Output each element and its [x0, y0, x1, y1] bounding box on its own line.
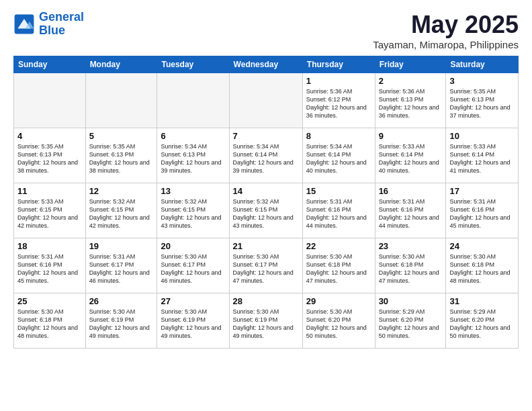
logo-line1: General [39, 10, 84, 24]
day-number: 8 [306, 131, 371, 141]
logo: General Blue [13, 11, 84, 38]
calendar-week-row: 4Sunrise: 5:35 AMSunset: 6:13 PMDaylight… [14, 128, 519, 183]
calendar-cell: 21Sunrise: 5:30 AMSunset: 6:17 PMDayligh… [229, 238, 302, 293]
day-info: Sunrise: 5:36 AMSunset: 6:12 PMDaylight:… [306, 87, 371, 120]
day-number: 1 [306, 76, 371, 86]
day-number: 27 [161, 296, 225, 306]
day-number: 4 [17, 131, 82, 141]
day-info: Sunrise: 5:35 AMSunset: 6:13 PMDaylight:… [89, 142, 154, 175]
title-area: May 2025 Tayaman, Mimaropa, Philippines [373, 11, 519, 50]
day-number: 30 [379, 296, 443, 306]
day-number: 25 [17, 296, 82, 306]
month-year-title: May 2025 [373, 11, 519, 39]
calendar-table: SundayMondayTuesdayWednesdayThursdayFrid… [13, 56, 519, 349]
weekday-header-wednesday: Wednesday [229, 56, 302, 73]
day-number: 3 [449, 76, 515, 86]
day-info: Sunrise: 5:33 AMSunset: 6:15 PMDaylight:… [17, 197, 82, 230]
weekday-header-friday: Friday [375, 56, 446, 73]
day-info: Sunrise: 5:31 AMSunset: 6:16 PMDaylight:… [306, 197, 371, 230]
calendar-cell: 9Sunrise: 5:33 AMSunset: 6:14 PMDaylight… [375, 128, 446, 183]
day-info: Sunrise: 5:34 AMSunset: 6:13 PMDaylight:… [161, 142, 225, 175]
day-number: 22 [306, 241, 371, 251]
day-info: Sunrise: 5:30 AMSunset: 6:17 PMDaylight:… [161, 253, 225, 285]
logo-text: General Blue [39, 11, 84, 38]
calendar-week-row: 25Sunrise: 5:30 AMSunset: 6:18 PMDayligh… [14, 293, 519, 349]
day-info: Sunrise: 5:30 AMSunset: 6:17 PMDaylight:… [233, 253, 299, 285]
calendar-cell: 22Sunrise: 5:30 AMSunset: 6:18 PMDayligh… [302, 238, 375, 293]
day-info: Sunrise: 5:30 AMSunset: 6:18 PMDaylight:… [17, 308, 82, 340]
day-info: Sunrise: 5:35 AMSunset: 6:13 PMDaylight:… [17, 142, 82, 175]
logo-icon [13, 13, 35, 35]
day-info: Sunrise: 5:33 AMSunset: 6:14 PMDaylight:… [379, 142, 443, 175]
calendar-cell: 16Sunrise: 5:31 AMSunset: 6:16 PMDayligh… [375, 183, 446, 238]
day-info: Sunrise: 5:33 AMSunset: 6:14 PMDaylight:… [449, 142, 515, 175]
day-info: Sunrise: 5:30 AMSunset: 6:19 PMDaylight:… [89, 308, 154, 340]
day-number: 23 [379, 241, 443, 251]
day-number: 20 [161, 241, 225, 251]
calendar-cell: 31Sunrise: 5:29 AMSunset: 6:20 PMDayligh… [446, 293, 519, 349]
day-info: Sunrise: 5:34 AMSunset: 6:14 PMDaylight:… [306, 142, 371, 175]
weekday-header-thursday: Thursday [302, 56, 375, 73]
calendar-cell: 26Sunrise: 5:30 AMSunset: 6:19 PMDayligh… [85, 293, 157, 349]
logo-line2: Blue [39, 24, 65, 37]
calendar-cell: 1Sunrise: 5:36 AMSunset: 6:12 PMDaylight… [302, 73, 375, 128]
day-info: Sunrise: 5:31 AMSunset: 6:16 PMDaylight:… [17, 253, 82, 285]
day-number: 6 [161, 131, 225, 141]
calendar-cell: 12Sunrise: 5:32 AMSunset: 6:15 PMDayligh… [85, 183, 157, 238]
weekday-header-row: SundayMondayTuesdayWednesdayThursdayFrid… [14, 56, 519, 73]
day-info: Sunrise: 5:34 AMSunset: 6:14 PMDaylight:… [233, 142, 299, 175]
day-number: 14 [233, 186, 299, 196]
day-number: 16 [379, 186, 443, 196]
day-info: Sunrise: 5:36 AMSunset: 6:13 PMDaylight:… [379, 87, 443, 120]
page-header: General Blue May 2025 Tayaman, Mimaropa,… [13, 11, 519, 50]
day-info: Sunrise: 5:30 AMSunset: 6:18 PMDaylight:… [449, 253, 515, 285]
calendar-cell: 13Sunrise: 5:32 AMSunset: 6:15 PMDayligh… [157, 183, 229, 238]
day-info: Sunrise: 5:32 AMSunset: 6:15 PMDaylight:… [233, 197, 299, 230]
day-number: 24 [449, 241, 515, 251]
calendar-cell: 28Sunrise: 5:30 AMSunset: 6:19 PMDayligh… [229, 293, 302, 349]
day-info: Sunrise: 5:35 AMSunset: 6:13 PMDaylight:… [449, 87, 515, 120]
day-info: Sunrise: 5:32 AMSunset: 6:15 PMDaylight:… [89, 197, 154, 230]
location-subtitle: Tayaman, Mimaropa, Philippines [373, 39, 519, 50]
day-number: 10 [449, 131, 515, 141]
calendar-cell: 29Sunrise: 5:30 AMSunset: 6:20 PMDayligh… [302, 293, 375, 349]
calendar-cell [157, 73, 229, 128]
day-number: 21 [233, 241, 299, 251]
calendar-cell: 24Sunrise: 5:30 AMSunset: 6:18 PMDayligh… [446, 238, 519, 293]
day-info: Sunrise: 5:31 AMSunset: 6:17 PMDaylight:… [89, 253, 154, 285]
calendar-week-row: 1Sunrise: 5:36 AMSunset: 6:12 PMDaylight… [14, 73, 519, 128]
day-info: Sunrise: 5:31 AMSunset: 6:16 PMDaylight:… [379, 197, 443, 230]
day-number: 13 [161, 186, 225, 196]
weekday-header-tuesday: Tuesday [157, 56, 229, 73]
calendar-cell: 4Sunrise: 5:35 AMSunset: 6:13 PMDaylight… [14, 128, 86, 183]
calendar-cell: 14Sunrise: 5:32 AMSunset: 6:15 PMDayligh… [229, 183, 302, 238]
day-number: 7 [233, 131, 299, 141]
calendar-cell: 23Sunrise: 5:30 AMSunset: 6:18 PMDayligh… [375, 238, 446, 293]
day-number: 18 [17, 241, 82, 251]
day-info: Sunrise: 5:29 AMSunset: 6:20 PMDaylight:… [379, 308, 443, 340]
calendar-cell: 30Sunrise: 5:29 AMSunset: 6:20 PMDayligh… [375, 293, 446, 349]
day-number: 28 [233, 296, 299, 306]
calendar-cell: 27Sunrise: 5:30 AMSunset: 6:19 PMDayligh… [157, 293, 229, 349]
calendar-cell: 19Sunrise: 5:31 AMSunset: 6:17 PMDayligh… [85, 238, 157, 293]
day-info: Sunrise: 5:30 AMSunset: 6:18 PMDaylight:… [306, 253, 371, 285]
calendar-cell: 17Sunrise: 5:31 AMSunset: 6:16 PMDayligh… [446, 183, 519, 238]
day-number: 19 [89, 241, 154, 251]
day-info: Sunrise: 5:30 AMSunset: 6:19 PMDaylight:… [233, 308, 299, 340]
calendar-cell: 18Sunrise: 5:31 AMSunset: 6:16 PMDayligh… [14, 238, 86, 293]
day-info: Sunrise: 5:30 AMSunset: 6:19 PMDaylight:… [161, 308, 225, 340]
calendar-cell: 5Sunrise: 5:35 AMSunset: 6:13 PMDaylight… [85, 128, 157, 183]
calendar-cell: 15Sunrise: 5:31 AMSunset: 6:16 PMDayligh… [302, 183, 375, 238]
day-info: Sunrise: 5:29 AMSunset: 6:20 PMDaylight:… [449, 308, 515, 340]
day-number: 17 [449, 186, 515, 196]
day-number: 29 [306, 296, 371, 306]
calendar-cell: 8Sunrise: 5:34 AMSunset: 6:14 PMDaylight… [302, 128, 375, 183]
weekday-header-sunday: Sunday [14, 56, 86, 73]
weekday-header-monday: Monday [85, 56, 157, 73]
calendar-cell [229, 73, 302, 128]
day-info: Sunrise: 5:30 AMSunset: 6:20 PMDaylight:… [306, 308, 371, 340]
calendar-week-row: 11Sunrise: 5:33 AMSunset: 6:15 PMDayligh… [14, 183, 519, 238]
day-info: Sunrise: 5:30 AMSunset: 6:18 PMDaylight:… [379, 253, 443, 285]
day-number: 2 [379, 76, 443, 86]
day-number: 26 [89, 296, 154, 306]
